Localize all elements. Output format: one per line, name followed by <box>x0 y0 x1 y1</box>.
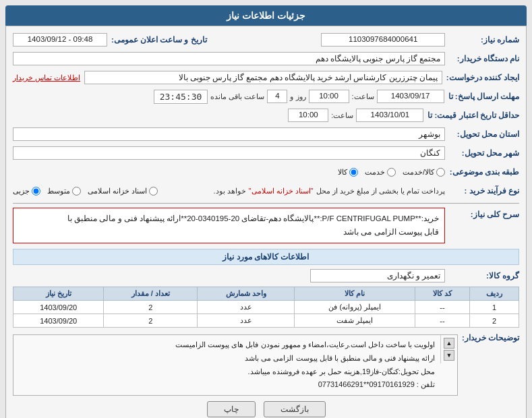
purchase-type-note2: خواهد بود. <box>214 187 246 196</box>
description-line2: قابل پیوست الزامی می باشد <box>19 226 439 239</box>
col-header-name: نام کالا <box>295 287 415 301</box>
table-row: 1--ایمپلر (پروانه) فنعدد21403/09/20 <box>13 301 519 314</box>
category-option-kala[interactable]: کالا <box>338 168 358 177</box>
goods-section-title: اطلاعات کالاهای مورد نیاز <box>13 249 519 265</box>
reply-time-label: ساعت: <box>352 92 374 101</box>
purchase-radio-jozi[interactable] <box>32 187 40 196</box>
purchase-type-label: نوع فرآیند خرید : <box>445 186 519 196</box>
cell-quantity: 2 <box>104 301 198 314</box>
col-header-index: ردیف <box>469 287 519 301</box>
requester-value: پیمان چترزرین کارشناس ارشد خرید پالایشگا… <box>84 71 442 84</box>
row-reply-deadline: مهلت ارسال پاسخ: تا 1403/09/17 ساعت: 10:… <box>13 88 519 104</box>
category-label: طبقه بندی موضوعی: <box>445 167 519 177</box>
category-option-khedmat[interactable]: خدمت <box>365 168 396 177</box>
purchase-radio-motavaset[interactable] <box>72 187 81 196</box>
purchase-type-jozi[interactable]: جزیی <box>13 187 40 196</box>
row-province: استان محل تحویل: بوشهر <box>13 126 519 142</box>
main-content: شماره نیاز: 1103097684000641 تاریخ و ساع… <box>5 26 527 418</box>
category-radio-kala[interactable] <box>349 168 358 177</box>
row-buyer-notes: توضیحات خریدار: ▲ ▼ اولویت با ساخت داخل … <box>13 330 519 396</box>
category-radio-group: کالا/خدمت خدمت کالا <box>338 168 445 177</box>
row-description: سرح کلی نیاز: خرید:**P/F CENTRIFUGAL PUM… <box>13 208 519 246</box>
divider-1 <box>13 203 519 204</box>
category-radio-khedmat[interactable] <box>387 168 396 177</box>
cell-unit: عدد <box>198 301 295 314</box>
cell-quantity: 2 <box>104 314 198 328</box>
announcement-date-value: 1403/09/12 - 09:48 <box>13 33 107 47</box>
city-value: کنگان <box>13 146 445 160</box>
cell-unit: عدد <box>198 314 295 328</box>
row-purchase-type: نوع فرآیند خرید : پرداخت تمام یا بخشی از… <box>13 183 519 199</box>
col-header-code: کد کالا <box>415 287 469 301</box>
scroll-up-btn[interactable]: ▲ <box>444 338 454 349</box>
province-value: بوشهر <box>13 127 445 141</box>
goods-group-label: گروه کالا: <box>445 271 519 280</box>
goods-group-value: تعمیر و نگهداری <box>310 269 445 282</box>
page-header: جزئیات اطلاعات نیاز <box>5 5 527 26</box>
purchase-type-radio-group: اسناد خزانه اسلامی متوسط جزیی <box>13 187 158 196</box>
notes-line2: ارائه پیشنهاد فنی و مالی منطبق با قابل پ… <box>19 352 435 365</box>
countdown-label: ساعت باقی مانده <box>210 92 264 101</box>
page-title: جزئیات اطلاعات نیاز <box>227 10 305 21</box>
row-city: شهر محل تحویل: کنگان <box>13 145 519 161</box>
reply-date-value: 1403/09/17 <box>377 90 444 103</box>
purchase-radio-esnad[interactable] <box>149 187 158 196</box>
purchase-type-esnad[interactable]: اسناد خزانه اسلامی <box>88 187 158 196</box>
province-label: استان محل تحویل: <box>445 129 519 139</box>
cell-name: ایمپلر شفت <box>295 314 415 328</box>
print-button[interactable]: چاپ <box>207 401 256 417</box>
cell-name: ایمپلر (پروانه) فن <box>295 301 415 314</box>
need-number-label: شماره نیاز: <box>445 35 519 44</box>
description-line1: خرید:**P/F CENTRIFUGAL PUMP:**پالایشگاه … <box>19 212 439 226</box>
notes-text: اولویت با ساخت داخل است.رعایت،امضاء و مم… <box>13 335 440 395</box>
reply-deadline-label: مهلت ارسال پاسخ: تا <box>444 92 519 101</box>
reply-time-value: 10:00 <box>309 90 349 103</box>
buyer-notes-label: توضیحات خریدار: <box>458 330 519 342</box>
buyer-org-label: نام دستگاه خریدار: <box>445 54 519 63</box>
goods-table: ردیف کد کالا نام کالا واحد شمارش تعداد /… <box>13 287 519 328</box>
price-time-label: ساعت: <box>331 111 353 120</box>
table-row: 2--ایمپلر شفتعدد21403/09/20 <box>13 314 519 328</box>
category-option-kala-khedmat[interactable]: کالا/خدمت <box>403 168 445 177</box>
purchase-type-motavaset[interactable]: متوسط <box>47 187 81 196</box>
col-header-qty: تعداد / مقدار <box>104 287 198 301</box>
cell-code: -- <box>415 301 469 314</box>
price-time-value: 10:00 <box>288 109 328 122</box>
cell-index: 1 <box>469 301 519 314</box>
description-content: خرید:**P/F CENTRIFUGAL PUMP:**پالایشگاه … <box>13 208 445 243</box>
cell-date: 1403/09/20 <box>13 301 104 314</box>
col-header-unit: واحد شمارش <box>198 287 295 301</box>
need-number-value: 1103097684000641 <box>321 33 445 47</box>
row-need-number: شماره نیاز: 1103097684000641 تاریخ و ساع… <box>13 32 519 48</box>
purchase-type-islamic: "اسناد خزانه اسلامی" <box>249 187 314 196</box>
bottom-buttons: بازگشت چاپ <box>13 401 519 417</box>
city-label: شهر محل تحویل: <box>445 148 519 158</box>
buyer-org-value: مجتمع گاز پارس جنوبی پالایشگاه دهم <box>13 52 445 65</box>
price-date-value: 1403/10/01 <box>356 109 423 122</box>
row-buyer-org: نام دستگاه خریدار: مجتمع گاز پارس جنوبی … <box>13 51 519 67</box>
announcement-date-label: تاریخ و ساعت اعلان عمومی: <box>107 35 207 44</box>
countdown-value: 23:45:30 <box>154 90 208 104</box>
notes-scrollbar: ▲ ▼ <box>440 335 457 363</box>
notes-line1: اولویت با ساخت داخل است.رعایت،امضاء و مم… <box>19 338 435 352</box>
notes-line3: محل تحویل:کنگان-فاز19,هزینه حمل بر عهده … <box>19 365 435 379</box>
requester-label: ایجاد کننده درخواست: <box>442 73 519 82</box>
price-deadline-label: حداقل تاریخ اعتبار قیمت: تا <box>423 111 519 120</box>
row-requester: ایجاد کننده درخواست: پیمان چترزرین کارشن… <box>13 69 519 86</box>
row-goods-group: گروه کالا: تعمیر و نگهداری <box>13 268 519 284</box>
back-button[interactable]: بازگشت <box>264 401 326 417</box>
description-label: سرح کلی نیاز: <box>445 208 519 219</box>
cell-date: 1403/09/20 <box>13 314 104 328</box>
reply-days-value: 4 <box>267 90 287 103</box>
col-header-date: تاریخ نیاز <box>13 287 104 301</box>
contact-info-link[interactable]: اطلاعات تماس خریدار <box>13 73 80 82</box>
purchase-type-note: پرداخت تمام یا بخشی از مبلغ خرید از محل <box>316 187 445 196</box>
reply-days-label: روز و <box>290 92 305 101</box>
scroll-down-btn[interactable]: ▼ <box>444 350 454 361</box>
page-container: جزئیات اطلاعات نیاز شماره نیاز: 11030976… <box>0 0 532 418</box>
cell-code: -- <box>415 314 469 328</box>
category-radio-kala-khedmat[interactable] <box>436 168 445 177</box>
notes-line4: تلفن : 09170161929**07731466291 <box>19 378 435 392</box>
buyer-notes-section: ▲ ▼ اولویت با ساخت داخل است.رعایت،امضاء … <box>13 334 458 396</box>
cell-index: 2 <box>469 314 519 328</box>
